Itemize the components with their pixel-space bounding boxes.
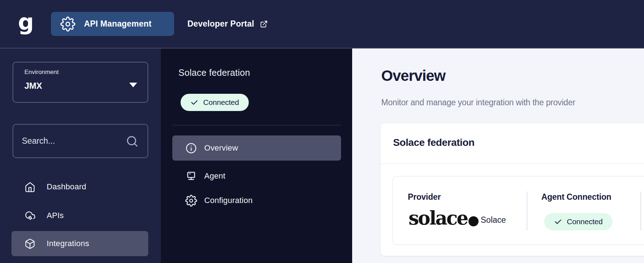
primary-sidebar: Environment JMX Dashboard APIs Integrati… bbox=[0, 49, 161, 263]
integration-nav-label: Configuration bbox=[204, 196, 253, 205]
integration-nav-agent[interactable]: Agent bbox=[172, 163, 341, 189]
api-management-label: API Management bbox=[84, 19, 151, 29]
card-title: Solace federation bbox=[393, 137, 475, 148]
sidebar-search bbox=[13, 124, 148, 158]
integration-nav-label: Overview bbox=[204, 143, 238, 153]
integration-nav-configuration[interactable]: Configuration bbox=[172, 188, 341, 213]
agent-connection-label: Agent Connection bbox=[541, 192, 611, 202]
agent-connection-badge: Connected bbox=[544, 213, 612, 230]
developer-portal-label: Developer Portal bbox=[187, 19, 254, 29]
divider bbox=[527, 192, 527, 230]
home-icon bbox=[24, 181, 36, 193]
sidebar-item-integrations[interactable]: Integrations bbox=[11, 231, 148, 256]
sidebar-item-dashboard[interactable]: Dashboard bbox=[11, 174, 148, 199]
api-management-button[interactable]: API Management bbox=[51, 12, 174, 36]
page-subtitle: Monitor and manage your integration with… bbox=[381, 98, 575, 107]
provider-name: Solace bbox=[481, 215, 506, 225]
info-icon bbox=[185, 142, 197, 154]
integration-nav-label: Agent bbox=[204, 171, 225, 181]
search-input[interactable] bbox=[22, 125, 130, 157]
integration-title: Solace federation bbox=[178, 68, 250, 78]
integration-overview-card: Solace federation Provider solace Solace… bbox=[381, 123, 644, 256]
page-title: Overview bbox=[381, 67, 445, 84]
top-bar: g API Management Developer Portal bbox=[0, 0, 644, 49]
chevron-down-icon bbox=[129, 83, 137, 87]
solace-logo-dot bbox=[468, 216, 479, 226]
sidebar-item-apis[interactable]: APIs bbox=[11, 203, 148, 228]
status-badge: Connected bbox=[181, 94, 249, 111]
external-link-icon bbox=[260, 20, 268, 28]
solace-logo-text: solace bbox=[409, 209, 467, 227]
integration-sidebar: Solace federation Connected Overview Age… bbox=[161, 49, 352, 263]
cloud-gear-icon bbox=[24, 210, 36, 221]
integration-nav-overview[interactable]: Overview bbox=[172, 135, 341, 161]
environment-value: JMX bbox=[24, 81, 42, 91]
sidebar-item-label: Integrations bbox=[47, 239, 89, 248]
check-icon bbox=[554, 218, 562, 226]
gear-icon bbox=[185, 195, 197, 207]
environment-selector[interactable]: Environment JMX bbox=[13, 62, 148, 103]
gear-icon bbox=[60, 17, 75, 32]
integration-summary-panel: Provider solace Solace Agent Connection … bbox=[392, 176, 644, 245]
provider-label: Provider bbox=[408, 192, 441, 202]
developer-portal-link[interactable]: Developer Portal bbox=[187, 0, 268, 48]
status-badge-label: Connected bbox=[203, 98, 239, 107]
check-icon bbox=[190, 98, 199, 107]
app-window: g API Management Developer Portal Enviro… bbox=[0, 0, 644, 263]
agent-icon bbox=[185, 170, 197, 182]
sidebar-item-label: APIs bbox=[47, 211, 64, 220]
sidebar-item-label: Dashboard bbox=[47, 182, 86, 192]
gravitee-logo[interactable]: g bbox=[18, 11, 34, 33]
agent-connection-status: Connected bbox=[567, 217, 603, 226]
divider bbox=[640, 192, 641, 230]
search-icon bbox=[126, 135, 139, 148]
divider bbox=[381, 163, 644, 164]
divider bbox=[172, 125, 341, 125]
environment-label: Environment bbox=[24, 69, 59, 76]
main-content: Overview Monitor and manage your integra… bbox=[352, 49, 644, 263]
solace-logo: solace bbox=[409, 209, 479, 227]
cube-icon bbox=[24, 238, 36, 249]
